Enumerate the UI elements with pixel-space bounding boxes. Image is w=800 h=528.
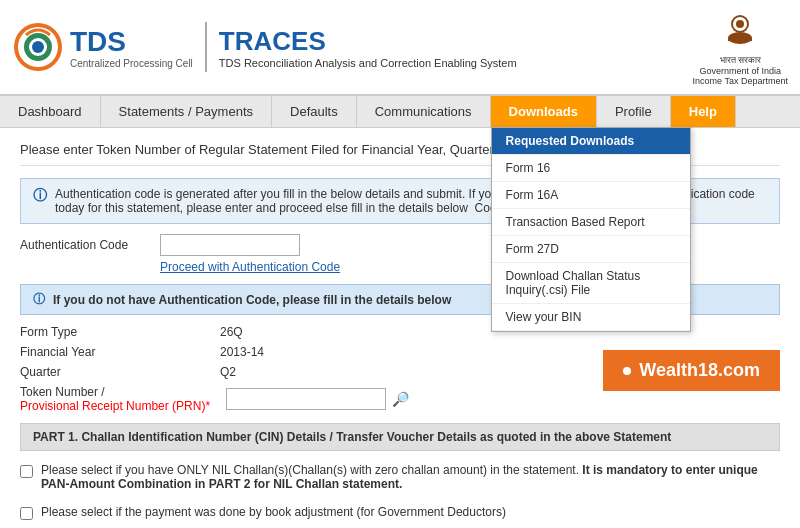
dropdown-form27d[interactable]: Form 27D <box>492 236 690 263</box>
govt-line3: Income Tax Department <box>693 76 788 86</box>
no-auth-info-text: If you do not have Authentication Code, … <box>53 293 451 307</box>
nav-help[interactable]: Help <box>671 96 736 127</box>
checkbox-book-adjustment-row: Please select if the payment was done by… <box>20 501 780 524</box>
quarter-value: Q2 <box>220 365 236 379</box>
tds-logo: TDS Centralized Processing Cell <box>12 21 193 73</box>
tds-emblem-icon <box>12 21 64 73</box>
nav-profile[interactable]: Profile <box>597 96 671 127</box>
info-icon: ⓘ <box>33 187 47 215</box>
auth-code-label: Authentication Code <box>20 238 150 252</box>
dropdown-view-bin[interactable]: View your BIN <box>492 304 690 331</box>
govt-line1: भारत सरकार <box>693 55 788 66</box>
watermark-badge: Wealth18.com <box>603 350 780 391</box>
financial-year-label: Financial Year <box>20 345 220 359</box>
part1-header: PART 1. Challan Identification Number (C… <box>20 423 780 451</box>
watermark-dot <box>623 367 631 375</box>
token-label: Token Number / Provisional Receipt Numbe… <box>20 385 220 413</box>
nav-dashboard[interactable]: Dashboard <box>0 96 101 127</box>
dropdown-header: Requested Downloads <box>492 128 690 155</box>
financial-year-value: 2013-14 <box>220 345 264 359</box>
nav-defaults[interactable]: Defaults <box>272 96 357 127</box>
nav-statements[interactable]: Statements / Payments <box>101 96 272 127</box>
dropdown-challan-status[interactable]: Download Challan Status Inquiry(.csi) Fi… <box>492 263 690 304</box>
svg-point-4 <box>32 41 44 53</box>
tds-subtitle: Centralized Processing Cell <box>70 58 193 69</box>
form-type-value: 26Q <box>220 325 243 339</box>
dropdown-form16[interactable]: Form 16 <box>492 155 690 182</box>
svg-point-8 <box>736 20 744 28</box>
govt-line2: Government of India <box>693 66 788 76</box>
downloads-dropdown: Requested Downloads Form 16 Form 16A Tra… <box>491 127 691 332</box>
nil-challan-checkbox[interactable] <box>20 465 33 478</box>
dropdown-form16a[interactable]: Form 16A <box>492 182 690 209</box>
token-input[interactable] <box>226 388 386 410</box>
book-adjustment-text: Please select if the payment was done by… <box>41 505 506 519</box>
nil-challan-text: Please select if you have ONLY NIL Chall… <box>41 463 780 491</box>
token-search-icon[interactable]: 🔎 <box>392 391 409 407</box>
form-type-label: Form Type <box>20 325 220 339</box>
header-divider <box>205 22 207 72</box>
govt-logo-area: भारत सरकार Government of India Income Ta… <box>693 8 788 86</box>
nav-communications[interactable]: Communications <box>357 96 491 127</box>
dropdown-transaction-report[interactable]: Transaction Based Report <box>492 209 690 236</box>
govt-emblem-icon <box>718 8 762 52</box>
traces-title: TRACES <box>219 26 517 57</box>
tds-brand-text: TDS <box>70 26 193 58</box>
page-header: TDS Centralized Processing Cell TRACES T… <box>0 0 800 96</box>
traces-branding: TRACES TDS Reconciliation Analysis and C… <box>219 26 517 69</box>
nav-downloads-container: Downloads Requested Downloads Form 16 Fo… <box>491 96 597 127</box>
info-icon-2: ⓘ <box>33 291 45 308</box>
watermark-text: Wealth18.com <box>639 360 760 381</box>
book-adjustment-checkbox[interactable] <box>20 507 33 520</box>
quarter-label: Quarter <box>20 365 220 379</box>
main-nav: Dashboard Statements / Payments Defaults… <box>0 96 800 128</box>
traces-subtitle: TDS Reconciliation Analysis and Correcti… <box>219 57 517 69</box>
auth-code-input[interactable] <box>160 234 300 256</box>
token-required: * <box>205 399 210 413</box>
svg-rect-7 <box>728 38 752 41</box>
checkbox-nil-challan-row: Please select if you have ONLY NIL Chall… <box>20 459 780 495</box>
nav-downloads[interactable]: Downloads <box>491 96 597 127</box>
